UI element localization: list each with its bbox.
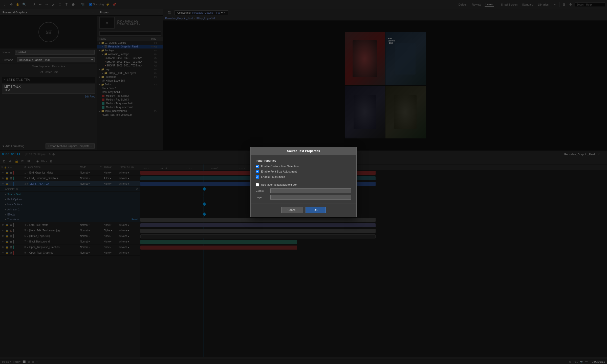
cb-custom-font[interactable] [256, 165, 259, 168]
dialog-checkbox-font-size: Enable Font Size Adjustment [256, 170, 351, 173]
dialog-comp-label: Comp: [256, 189, 268, 192]
dialog-layer-row: Layer: [256, 195, 351, 200]
cb-faux-styles[interactable] [256, 175, 259, 179]
dialog-comp-input[interactable] [270, 188, 351, 193]
dialog-checkbox-faux-styles: Enable Faux Styles [256, 175, 351, 179]
cb-faux-styles-label[interactable]: Enable Faux Styles [261, 175, 285, 178]
dialog-comp-row: Comp: [256, 188, 351, 193]
cb-font-size[interactable] [256, 170, 259, 173]
dialog-layer-input[interactable] [270, 195, 351, 200]
dialog-title: Source Text Properties [287, 149, 320, 153]
dialog-buttons: Cancel OK [251, 204, 356, 217]
modal-overlay: Source Text Properties Font Properties E… [0, 0, 607, 364]
cb-custom-font-label[interactable]: Enable Custom Font Selection [261, 165, 299, 168]
cb-fallback-label[interactable]: Use layer as fallback text box [261, 183, 297, 186]
dialog-section-title: Font Properties [256, 159, 351, 162]
cb-fallback[interactable] [256, 183, 259, 186]
source-text-dialog: Source Text Properties Font Properties E… [250, 147, 357, 217]
dialog-cancel-button[interactable]: Cancel [281, 207, 302, 213]
dialog-body: Font Properties Enable Custom Font Selec… [251, 155, 356, 204]
dialog-checkbox-fallback: Use layer as fallback text box [256, 183, 351, 186]
dialog-layer-label: Layer: [256, 196, 268, 199]
dialog-ok-button[interactable]: OK [306, 207, 326, 213]
dialog-titlebar: Source Text Properties [251, 147, 356, 155]
dialog-checkbox-custom-font: Enable Custom Font Selection [256, 165, 351, 168]
cb-font-size-label[interactable]: Enable Font Size Adjustment [261, 170, 297, 173]
